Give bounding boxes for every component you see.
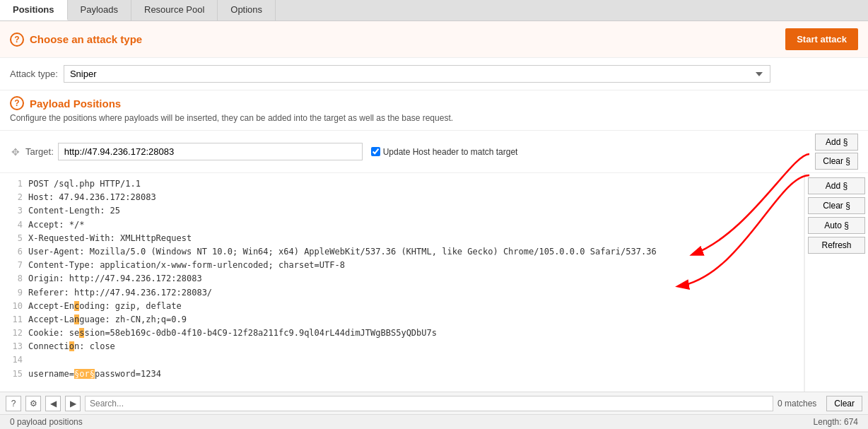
payload-positions-icon: ? (10, 96, 24, 110)
request-line-8: 8Origin: http://47.94.236.172:28083 (7, 272, 797, 286)
target-row: ✥ Target: Update Host header to match ta… (0, 131, 868, 173)
length-status: Length: 674 (814, 417, 858, 427)
payload-positions-title: Payload Positions (30, 98, 858, 110)
request-line-3: 3Content-Length: 25 (7, 204, 797, 218)
tab-positions[interactable]: Positions (0, 0, 68, 20)
drag-handle-icon[interactable]: ✥ (10, 146, 21, 158)
attack-type-row: Attack type: Sniper Battering ram Pitchf… (0, 58, 868, 90)
request-line-4: 4Accept: */* (7, 218, 797, 232)
matches-badge: 0 matches (778, 399, 816, 409)
update-host-checkbox[interactable] (371, 147, 380, 156)
tab-options[interactable]: Options (218, 0, 276, 20)
payload-positions-header: ? Payload Positions (10, 96, 858, 110)
request-line-9: 9Referer: http://47.94.236.172:28083/ (7, 286, 797, 300)
forward-icon-btn[interactable]: ▶ (65, 396, 81, 411)
clear-section-button[interactable]: Clear § (815, 153, 858, 170)
search-clear-button[interactable]: Clear (826, 396, 862, 411)
status-bar: 0 payload positions Length: 674 (0, 414, 868, 429)
attack-type-label: Attack type: (10, 69, 58, 79)
request-line-5: 5X-Requested-With: XMLHttpRequest (7, 232, 797, 245)
tab-resource-pool[interactable]: Resource Pool (131, 0, 218, 20)
attack-type-icon: ? (10, 33, 24, 47)
target-input[interactable] (58, 143, 363, 160)
tab-payloads[interactable]: Payloads (68, 0, 131, 20)
request-line-6: 6User-Agent: Mozilla/5.0 (Windows NT 10.… (7, 245, 797, 259)
side-actions: Add § Clear § Auto § Refresh (804, 173, 868, 392)
refresh-button[interactable]: Refresh (808, 237, 865, 254)
request-line-13: 13Connection: close (7, 340, 797, 353)
help-icon-btn[interactable]: ? (6, 396, 21, 411)
payload-positions-description: Configure the positions where payloads w… (10, 113, 858, 123)
add-section-button[interactable]: Add § (815, 134, 858, 151)
start-attack-button[interactable]: Start attack (785, 28, 858, 50)
attack-type-section-header: ? Choose an attack type Start attack (0, 21, 868, 58)
search-input[interactable] (85, 396, 773, 411)
request-line-15: 15username=§or§password=1234 (7, 368, 797, 381)
request-editor[interactable]: 1POST /sql.php HTTP/1.1 2Host: 47.94.236… (0, 173, 804, 392)
request-line-11: 11Accept-Language: zh-CN,zh;q=0.9 (7, 313, 797, 327)
content-with-side: 1POST /sql.php HTTP/1.1 2Host: 47.94.236… (0, 173, 868, 392)
add-section-button-2[interactable]: Add § (808, 177, 865, 194)
request-line-2: 2Host: 47.94.236.172:28083 (7, 191, 797, 204)
bottom-bar: ? ⚙ ◀ ▶ 0 matches Clear (0, 392, 868, 414)
update-host-check: Update Host header to match target (371, 147, 518, 157)
tabs-bar: Positions Payloads Resource Pool Options (0, 0, 868, 21)
update-host-label: Update Host header to match target (383, 147, 518, 157)
request-line-1: 1POST /sql.php HTTP/1.1 (7, 177, 797, 191)
payload-positions-section: ? Payload Positions Configure the positi… (0, 90, 868, 131)
attack-type-select[interactable]: Sniper Battering ram Pitchfork Cluster b… (64, 65, 770, 83)
request-line-7: 7Content-Type: application/x-www-form-ur… (7, 259, 797, 272)
settings-icon-btn[interactable]: ⚙ (25, 396, 41, 411)
target-label: Target: (25, 146, 54, 157)
request-line-10: 10Accept-Encoding: gzip, deflate (7, 300, 797, 313)
payload-positions-status: 0 payload positions (10, 417, 83, 427)
clear-section-button-2[interactable]: Clear § (808, 197, 865, 214)
request-line-12: 12Cookie: session=58eb169c-0db0-4f10-b4C… (7, 327, 797, 340)
main-content: ? Choose an attack type Start attack Att… (0, 21, 868, 429)
auto-section-button[interactable]: Auto § (808, 217, 865, 234)
request-line-14: 14 (7, 353, 797, 367)
back-icon-btn[interactable]: ◀ (45, 396, 61, 411)
attack-type-title: Choose an attack type (30, 33, 785, 45)
